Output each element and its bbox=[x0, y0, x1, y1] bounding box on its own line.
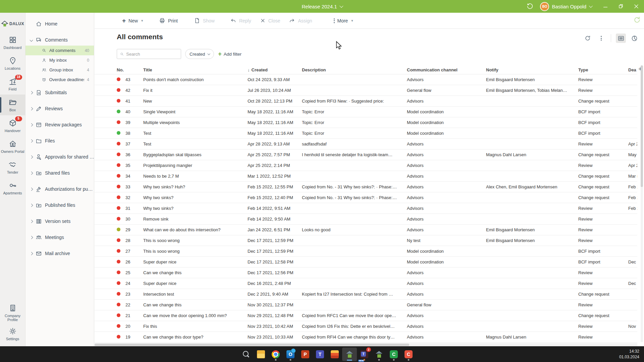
table-row[interactable]: 40 Single Viewpoint May 18 2022, 11:16 A… bbox=[95, 107, 637, 117]
sidebar-item-my-inbox[interactable]: My inbox 0 bbox=[25, 55, 94, 65]
dalux-app2-icon[interactable] bbox=[372, 348, 386, 361]
close-comment-button[interactable]: Close bbox=[260, 18, 280, 23]
powerpoint-icon[interactable]: P bbox=[298, 348, 313, 361]
dalux-app-icon[interactable] bbox=[342, 348, 357, 361]
sidebar-item-shared-files[interactable]: Shared files bbox=[25, 165, 94, 181]
table-row[interactable]: 24 Super duper nice Dec 16 2021, 2:48 PM… bbox=[95, 278, 637, 289]
search-input[interactable] bbox=[126, 52, 178, 57]
rail-item-field[interactable]: 18 Field bbox=[0, 74, 25, 95]
table-row[interactable]: 25 Can we change this Dec 17 2021, 12:56… bbox=[95, 267, 637, 278]
avatar[interactable]: BO bbox=[540, 2, 549, 11]
assign-button[interactable]: Assign bbox=[289, 17, 312, 24]
office-icon[interactable] bbox=[327, 348, 342, 361]
table-row[interactable]: 29 What can we do about this intersectio… bbox=[95, 225, 637, 235]
refresh-button[interactable] bbox=[583, 34, 593, 43]
maximize-button[interactable] bbox=[613, 0, 629, 13]
table-row[interactable]: 32 Why two sinks? Feb 15 2022, 12:40 PM … bbox=[95, 192, 637, 203]
table-row[interactable]: 31 Why two sinks? Feb 14 2022, 9:51 AM A… bbox=[95, 203, 637, 214]
sidebar-item-overdue-deadlines[interactable]: Overdue deadlines 4 bbox=[25, 75, 94, 84]
more-button[interactable]: More ▼ bbox=[334, 18, 354, 23]
minimize-button[interactable] bbox=[598, 0, 613, 13]
scrollbar-thumb[interactable] bbox=[641, 65, 643, 187]
table-row[interactable]: 23 Intersection test Dec 2 2021, 9:40 AM… bbox=[95, 289, 637, 300]
column-header-notify[interactable]: Notify bbox=[486, 67, 578, 72]
column-header-type[interactable]: Type bbox=[578, 67, 628, 72]
column-header-channel[interactable]: Communication channel bbox=[407, 67, 486, 72]
table-row[interactable]: 36 Byggepladsplan skal tilpasses Apr 25 … bbox=[95, 149, 637, 160]
rail-item-dashboard[interactable]: Dashboard bbox=[0, 32, 25, 53]
file-explorer-icon[interactable] bbox=[254, 348, 268, 361]
table-row[interactable]: 30 Remove sink Feb 14 2022, 9:50 AM Advi… bbox=[95, 214, 637, 225]
user-menu-chevron-icon[interactable] bbox=[589, 4, 593, 8]
sidebar-item-submittals[interactable]: Submittals bbox=[25, 84, 94, 101]
sidebar-item-comments[interactable]: Comments bbox=[25, 34, 94, 46]
table-row[interactable]: 20 Fix this Nov 23 2021, 10:42 AM Copied… bbox=[95, 321, 637, 332]
rail-item-box[interactable]: Box bbox=[0, 95, 25, 115]
rail-item-apartments[interactable]: Apartments bbox=[0, 178, 25, 198]
sidebar-item-meetings[interactable]: Meetings bbox=[25, 229, 94, 245]
table-row[interactable]: 39 Multiple viewpoints May 18 2022, 11:1… bbox=[95, 117, 637, 128]
sidebar-item-approvals[interactable]: Approvals for shared … bbox=[25, 149, 94, 165]
column-header-deadline[interactable]: Dea bbox=[628, 67, 637, 72]
sidebar-item-authorizations[interactable]: Authorizations for pu… bbox=[25, 181, 94, 197]
show-button[interactable]: Show bbox=[194, 17, 215, 24]
sidebar-item-mail-archive[interactable]: Mail archive bbox=[25, 245, 94, 261]
table-row[interactable]: 42 Fix it Jul 26 2023, 10:24 AM General … bbox=[95, 85, 637, 96]
close-window-button[interactable] bbox=[629, 0, 644, 13]
rail-item-locations[interactable]: Locations bbox=[0, 53, 25, 74]
rail-item-tender[interactable]: Tender bbox=[0, 157, 25, 178]
list-view-toggle[interactable] bbox=[616, 34, 626, 43]
teams-icon[interactable]: T bbox=[313, 348, 327, 361]
release-selector[interactable]: Release 2024.1 bbox=[302, 0, 342, 13]
rail-item-settings[interactable]: Settings bbox=[0, 323, 25, 344]
table-row[interactable]: 37 Test Apr 28 2022, 9:13 AM sadfasdfsda… bbox=[95, 139, 637, 149]
sidebar-item-published-files[interactable]: Published files bbox=[25, 197, 94, 213]
column-header-title[interactable]: Title bbox=[143, 67, 248, 72]
add-filter-button[interactable]: + Add filter bbox=[218, 51, 241, 57]
rail-item-company-profile[interactable]: Company Profile bbox=[0, 302, 25, 323]
table-row[interactable]: 41 New Oct 28 2022, 12:13 PM Copied from… bbox=[95, 96, 637, 107]
created-filter-dropdown[interactable]: Created bbox=[185, 49, 214, 59]
view-options-button[interactable] bbox=[596, 34, 606, 43]
horizontal-scrollbar[interactable] bbox=[95, 343, 637, 346]
column-header-created[interactable]: ↓Created bbox=[248, 67, 302, 72]
new-button[interactable]: + New ▼ bbox=[122, 17, 144, 24]
rail-item-owners-portal[interactable]: Owners Portal bbox=[0, 136, 25, 157]
sync-status-button[interactable] bbox=[633, 15, 641, 24]
table-row[interactable]: 35 Projekttilpasning mangler Apr 25 2022… bbox=[95, 160, 637, 171]
sidebar-item-all-comments[interactable]: All comments 40 bbox=[25, 46, 94, 55]
camtasia-green-icon[interactable]: C bbox=[386, 348, 401, 361]
sidebar-item-version-sets[interactable]: Version sets bbox=[25, 213, 94, 229]
reply-button[interactable]: Reply bbox=[230, 17, 251, 24]
table-row[interactable]: 22 Can we change this Nov 30 2021, 12:37… bbox=[95, 300, 637, 310]
taskbar-clock[interactable]: 14:32 01.03.2024 bbox=[619, 349, 639, 359]
sidebar-item-files[interactable]: Files bbox=[25, 133, 94, 149]
table-row[interactable]: 21 Can we move the door opening 1.000 mm… bbox=[95, 310, 637, 321]
history-button[interactable] bbox=[523, 0, 537, 13]
table-row[interactable]: 34 Needs to be 2,7 M Mar 1 2022, 12:52 P… bbox=[95, 171, 637, 182]
sidebar-item-review-packages[interactable]: Review packages bbox=[25, 117, 94, 133]
taskbar-search-icon[interactable] bbox=[239, 348, 254, 361]
outlook-icon[interactable]: O bbox=[283, 348, 298, 361]
vertical-scrollbar[interactable] bbox=[641, 65, 643, 342]
camtasia-red-icon[interactable]: C bbox=[401, 348, 416, 361]
sidebar-item-group-inbox[interactable]: Group inbox 4 bbox=[25, 65, 94, 75]
table-row[interactable]: 26 Super duper nice Dec 17 2021, 12:58 P… bbox=[95, 257, 637, 267]
sidebar-item-home[interactable]: Home bbox=[25, 18, 94, 29]
column-header-no[interactable]: No. bbox=[117, 67, 143, 72]
column-header-description[interactable]: Description bbox=[302, 67, 407, 72]
chart-view-toggle[interactable] bbox=[629, 34, 639, 43]
rail-item-handover[interactable]: 5 Handover bbox=[0, 115, 25, 136]
table-row[interactable]: 27 This is sooo wrong Dec 17 2021, 12:59… bbox=[95, 246, 637, 257]
chrome-icon[interactable] bbox=[268, 348, 283, 361]
scrollbar-thumb[interactable] bbox=[95, 344, 409, 346]
table-row[interactable]: 43 Points don't match construction Oct 2… bbox=[95, 74, 637, 85]
table-row[interactable]: 19 Can we change this door type? Nov 23 … bbox=[95, 332, 637, 343]
table-row[interactable]: 33 Why two sinks? Huh? Feb 15 2022, 12:5… bbox=[95, 182, 637, 192]
table-row[interactable]: 38 Test May 18 2022, 11:16 AM Topic: Err… bbox=[95, 128, 637, 139]
table-row[interactable]: 28 This is sooo wrong Dec 17 2021, 12:59… bbox=[95, 235, 637, 246]
sidebar-item-reviews[interactable]: Reviews bbox=[25, 101, 94, 117]
print-button[interactable]: Print bbox=[159, 17, 178, 24]
teams-new-icon[interactable]: 2 NEW bbox=[357, 348, 372, 361]
windows-start-icon[interactable] bbox=[224, 348, 239, 361]
